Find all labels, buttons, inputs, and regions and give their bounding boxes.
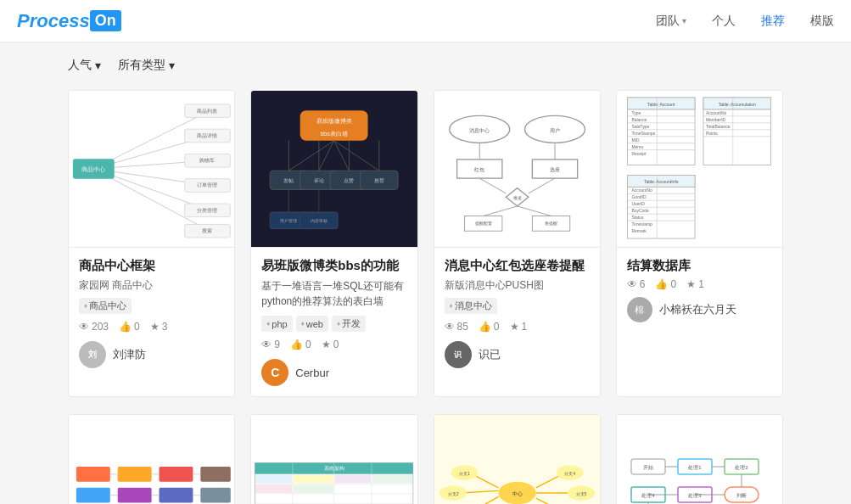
author-name: Cerbur <box>295 367 329 379</box>
card-8[interactable]: 开始 处理1 处理2 判断 处理3 处理4 结束 <box>616 414 783 504</box>
card-4-stats: 👁 6 👍 0 ★ 1 <box>627 278 772 290</box>
card-6-preview: 系统架构 <box>251 415 417 504</box>
svg-text:TimeStamps: TimeStamps <box>632 132 656 136</box>
type-filter[interactable]: 所有类型 ▾ <box>118 58 175 73</box>
card-4-preview: Table: Account Type Balance SaleType Tim… <box>617 91 782 248</box>
card-1[interactable]: 商品中心 商品列表 商品详情 购物车 订单管理 分类管理 搜索 商品中心框架 家… <box>68 90 235 397</box>
card-6[interactable]: 系统架构 <box>250 414 417 504</box>
tag-item: 开发 <box>332 316 366 332</box>
view-count: 👁 85 <box>445 321 468 333</box>
avatar: 刘 <box>79 341 106 368</box>
svg-text:发帖: 发帖 <box>284 177 294 183</box>
svg-text:用户: 用户 <box>550 127 560 133</box>
like-count: 👍 0 <box>655 278 676 290</box>
star-count: ★ 1 <box>510 321 528 333</box>
chevron-down-icon: ▾ <box>95 59 101 72</box>
card-2-body: 易班版微博类bbs的功能 基于一堆语言一堆SQL还可能有python的推荐算法的… <box>251 248 417 396</box>
svg-text:推送: 推送 <box>512 195 521 200</box>
svg-text:Memo: Memo <box>632 145 644 149</box>
card-2-preview: 易班版微博类 bbs表白墙 发帖 评论 点赞 推荐 <box>251 91 417 248</box>
card-3[interactable]: 消息中心 用户 红包 选座 推送 提醒配置 卷提醒 <box>434 90 601 397</box>
popularity-filter[interactable]: 人气 ▾ <box>68 58 101 73</box>
svg-text:bbs表白墙: bbs表白墙 <box>321 131 348 137</box>
svg-text:订单管理: 订单管理 <box>197 182 217 188</box>
nav-team[interactable]: 团队 ▾ <box>656 14 686 29</box>
star-icon: ★ <box>150 321 160 333</box>
card-3-preview: 消息中心 用户 红包 选座 推送 提醒配置 卷提醒 <box>434 91 600 248</box>
svg-text:内容审核: 内容审核 <box>311 218 328 223</box>
card-2-desc: 基于一堆语言一堆SQL还可能有python的推荐算法的表白墙 <box>261 278 406 309</box>
svg-text:点赞: 点赞 <box>344 177 355 183</box>
card-5[interactable] <box>68 414 235 504</box>
nav-recommend[interactable]: 推荐 <box>761 14 785 29</box>
card-2-stats: 👁 9 👍 0 ★ 0 <box>261 339 406 350</box>
card-7-preview: 中心 分支1 分支2 分支3 分支4 分支5 分支6 <box>434 415 600 504</box>
card-2[interactable]: 易班版微博类 bbs表白墙 发帖 评论 点赞 推荐 <box>250 90 417 397</box>
svg-text:分支4: 分支4 <box>564 471 575 476</box>
svg-text:Balance: Balance <box>632 118 647 122</box>
main-nav: 团队 ▾ 个人 推荐 模版 <box>656 14 834 29</box>
svg-text:处理4: 处理4 <box>642 493 656 498</box>
svg-text:搜索: 搜索 <box>202 228 212 233</box>
star-count: ★ 3 <box>150 321 168 333</box>
svg-rect-148 <box>335 475 372 484</box>
svg-text:MID: MID <box>632 138 641 143</box>
author-name: 识已 <box>479 347 501 362</box>
card-7[interactable]: 中心 分支1 分支2 分支3 分支4 分支5 分支6 <box>434 414 601 504</box>
card-4-title: 结算数据库 <box>627 258 772 274</box>
card-1-stats: 👁 203 👍 0 ★ 3 <box>79 321 224 333</box>
svg-text:Receipt: Receipt <box>632 152 647 156</box>
svg-text:AccountNo: AccountNo <box>632 188 653 193</box>
card-5-preview <box>69 415 234 504</box>
card-3-title: 消息中心红包选座卷提醒 <box>445 258 590 274</box>
card-4[interactable]: Table: Account Type Balance SaleType Tim… <box>616 90 783 397</box>
svg-text:分支1: 分支1 <box>459 471 470 476</box>
svg-text:GoodID: GoodID <box>632 195 647 199</box>
svg-text:卷提醒: 卷提醒 <box>545 221 557 226</box>
tag-item: web <box>296 316 328 332</box>
svg-text:Table: Accumulation: Table: Accumulation <box>719 103 756 107</box>
svg-text:提醒配置: 提醒配置 <box>474 221 491 226</box>
avatar: C <box>261 359 288 386</box>
card-1-tags: 商品中心 <box>79 298 224 314</box>
card-4-author: 棉 小棉袄在六月天 <box>627 297 772 322</box>
svg-text:SaleType: SaleType <box>632 125 650 129</box>
view-count: 👁 6 <box>627 278 646 290</box>
eye-icon: 👁 <box>261 339 272 350</box>
nav-personal[interactable]: 个人 <box>712 14 736 29</box>
svg-rect-46 <box>434 99 600 238</box>
card-1-body: 商品中心框架 家园网 商品中心 商品中心 👁 203 👍 0 ★ 3 刘 刘津防 <box>69 248 234 378</box>
svg-text:分支5: 分支5 <box>575 491 586 496</box>
svg-rect-124 <box>160 488 193 503</box>
like-count: 👍 0 <box>290 339 311 350</box>
svg-text:MemberID: MemberID <box>706 118 726 122</box>
svg-text:处理3: 处理3 <box>689 493 703 498</box>
card-3-stats: 👁 85 👍 0 ★ 1 <box>445 321 590 333</box>
svg-text:BuyCode: BuyCode <box>632 209 650 213</box>
logo[interactable]: ProcessOn <box>17 10 121 32</box>
star-icon: ★ <box>686 278 696 290</box>
svg-text:购物车: 购物车 <box>199 157 215 163</box>
card-2-author: C Cerbur <box>261 359 406 386</box>
like-count: 👍 0 <box>479 321 500 333</box>
card-8-preview: 开始 处理1 处理2 判断 处理3 处理4 结束 <box>617 415 782 504</box>
header: ProcessOn 团队 ▾ 个人 推荐 模版 <box>0 0 851 42</box>
svg-text:AccountNo: AccountNo <box>706 111 727 115</box>
svg-text:处理2: 处理2 <box>736 465 749 470</box>
view-count: 👁 9 <box>261 339 280 350</box>
svg-rect-120 <box>118 467 152 482</box>
svg-text:商品中心: 商品中心 <box>81 166 105 172</box>
svg-text:Status: Status <box>632 216 645 220</box>
svg-text:红包: 红包 <box>474 166 484 172</box>
svg-rect-117 <box>76 467 110 482</box>
svg-text:UserID: UserID <box>632 202 646 206</box>
svg-rect-146 <box>256 475 293 484</box>
svg-text:选座: 选座 <box>550 166 560 172</box>
svg-rect-126 <box>200 488 231 503</box>
svg-text:Type: Type <box>632 111 641 115</box>
card-2-tags: php web 开发 <box>261 316 406 332</box>
eye-icon: 👁 <box>79 321 89 333</box>
svg-rect-121 <box>118 488 152 503</box>
nav-template[interactable]: 模版 <box>810 14 834 29</box>
svg-text:判断: 判断 <box>736 493 747 498</box>
